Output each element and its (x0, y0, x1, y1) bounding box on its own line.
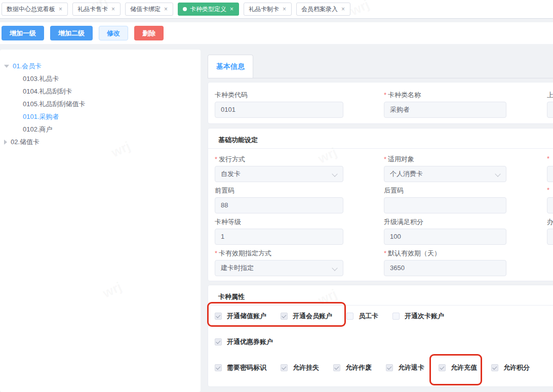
required-marker: * (547, 186, 549, 194)
field-default-validity-days: *默认有效期（天） 3650 (384, 249, 506, 276)
clipped-input[interactable] (547, 166, 553, 182)
close-icon[interactable]: × (282, 6, 287, 12)
checkbox-checked-icon[interactable] (281, 313, 288, 320)
field-label: 卡种类代码 (215, 91, 343, 99)
tree-node-label: 0104.礼品刮刮卡 (23, 87, 72, 96)
tab-card-type-definition[interactable]: 卡种类型定义 × (178, 3, 239, 16)
checkbox-unchecked-icon[interactable] (392, 313, 400, 320)
section-header: 基础功能设定 (208, 128, 553, 149)
checkbox-checked-icon[interactable] (281, 364, 288, 371)
checkbox-allow-void[interactable]: 允许作废 (333, 363, 372, 372)
tree-node-stored-value-card[interactable]: 02.储值卡 (0, 136, 201, 148)
tags-bar: 数据中心总览看板 × 礼品卡售卡 × 储值卡绑定 × 卡种类型定义 × 礼品卡制… (0, 0, 553, 19)
chevron-down-icon (332, 265, 337, 271)
tab-label: 卡种类型定义 (190, 5, 226, 14)
field-clipped-col3: 上 (547, 91, 553, 118)
checkbox-employee-card[interactable]: 员工卡 (346, 312, 378, 321)
issue-mode-select[interactable]: 自发卡 (215, 166, 343, 182)
chevron-down-icon (495, 171, 500, 177)
tree-node-0104[interactable]: 0104.礼品刮刮卡 (0, 85, 201, 98)
card-grade-input[interactable]: 1 (215, 229, 343, 245)
field-card-type-code: 卡种类代码 0101 (215, 91, 343, 118)
checkbox-checked-icon[interactable] (491, 364, 498, 371)
tab-gift-card-make[interactable]: 礼品卡制卡 × (244, 3, 292, 16)
checkbox-times-card-account[interactable]: 开通次卡账户 (392, 312, 444, 321)
toolbar: 增加一级 增加二级 修改 删除 (0, 22, 553, 44)
checkbox-stored-value-account[interactable]: 开通储值账户 (215, 312, 266, 321)
modify-button[interactable]: 修改 (99, 26, 128, 40)
field-applicable-object: *适用对象 个人消费卡 (384, 155, 506, 182)
close-icon[interactable]: × (164, 6, 168, 12)
tab-gift-card-sale[interactable]: 礼品卡售卡 × (72, 3, 121, 16)
required-marker: * (215, 249, 217, 257)
detail-tabs: 基本信息 (208, 55, 553, 78)
checkbox-checked-icon[interactable] (215, 364, 222, 371)
close-icon[interactable]: × (341, 6, 345, 12)
close-icon[interactable]: × (58, 6, 63, 12)
card-type-detail-panel: 基本信息 卡种类代码 0101 *卡种类名称 采购者 上 基础功能设定 *发行方… (208, 50, 553, 392)
checkbox-allow-recharge[interactable]: 允许充值 (439, 363, 477, 372)
clipped-input[interactable] (547, 197, 553, 213)
checkbox-coupon-account[interactable]: 开通优惠券账户 (215, 337, 273, 346)
required-marker: * (384, 91, 386, 99)
tab-member-profile-entry[interactable]: 会员档案录入 × (296, 3, 350, 16)
tree-node-0103[interactable]: 0103.礼品卡 (0, 72, 201, 85)
default-validity-days-input[interactable]: 3650 (384, 260, 506, 276)
close-icon[interactable]: × (111, 6, 115, 12)
delete-button[interactable]: 删除 (134, 26, 164, 40)
tree-node-label: 0102.商户 (23, 125, 53, 134)
required-marker: * (547, 155, 549, 162)
field-label: 上 (547, 91, 553, 99)
checkbox-row-2: 开通优惠券账户 (215, 337, 553, 346)
upgrade-points-input[interactable]: 100 (384, 229, 506, 245)
tree-node-label: 0101.采购者 (23, 112, 59, 121)
tree-node-0102[interactable]: 0102.商户 (0, 123, 201, 136)
field-empty-col3 (547, 249, 553, 276)
field-clipped-col3: * (547, 186, 553, 213)
tab-label: 储值卡绑定 (130, 5, 161, 14)
checkbox-checked-icon[interactable] (439, 364, 446, 371)
tab-label: 礼品卡售卡 (77, 5, 108, 14)
clipped-input[interactable] (547, 229, 553, 245)
checkbox-checked-icon[interactable] (215, 313, 222, 320)
tree-node-0101-selected[interactable]: 0101.采购者 (0, 110, 201, 123)
tab-stored-value-card-bind[interactable]: 储值卡绑定 × (125, 3, 173, 16)
clipped-input[interactable] (547, 102, 553, 118)
field-upgrade-points: 升级满足积分 100 (384, 217, 506, 245)
prefix-code-input[interactable]: 88 (215, 197, 343, 213)
tree-node-label: 0103.礼品卡 (23, 74, 59, 83)
checkbox-allow-points[interactable]: 允许积分 (491, 363, 530, 372)
card-type-tree-panel: 01.会员卡 0103.礼品卡 0104.礼品刮刮卡 0105.礼品刮刮储值卡 … (0, 50, 201, 392)
add-level1-button[interactable]: 增加一级 (2, 26, 44, 40)
caret-right-icon[interactable] (4, 140, 7, 145)
checkbox-allow-loss-report[interactable]: 允许挂失 (281, 363, 319, 372)
checkbox-checked-icon[interactable] (215, 338, 222, 345)
checkbox-member-account[interactable]: 开通会员账户 (281, 312, 332, 321)
validity-mode-select[interactable]: 建卡时指定 (215, 260, 343, 276)
checkbox-allow-card-return[interactable]: 允许退卡 (386, 363, 424, 372)
checkbox-need-password[interactable]: 需要密码标识 (215, 363, 266, 372)
tab-label: 会员档案录入 (301, 5, 338, 14)
tree-node-member-card[interactable]: 01.会员卡 (0, 60, 201, 72)
tab-data-center-dashboard[interactable]: 数据中心总览看板 × (2, 3, 68, 16)
tree-node-0105[interactable]: 0105.礼品刮刮储值卡 (0, 98, 201, 110)
checkbox-checked-icon[interactable] (386, 364, 393, 371)
tabs-underline (208, 78, 553, 78)
section-header: 卡种属性 (208, 285, 553, 306)
tree-node-label: 02.储值卡 (11, 138, 40, 147)
card-type-name-input[interactable]: 采购者 (384, 102, 506, 118)
chevron-down-icon (332, 171, 337, 177)
checkbox-checked-icon[interactable] (333, 364, 340, 371)
checkbox-unchecked-icon[interactable] (346, 313, 353, 320)
add-level2-button[interactable]: 增加二级 (50, 26, 93, 40)
checkbox-row-3: 需要密码标识 允许挂失 允许作废 允许退卡 允许充值 (215, 363, 553, 372)
suffix-code-input[interactable] (384, 197, 506, 213)
card-type-code-input[interactable]: 0101 (215, 102, 343, 118)
caret-down-icon[interactable] (4, 65, 9, 68)
field-clipped-col3: * (547, 155, 553, 182)
field-validity-mode: *卡有效期指定方式 建卡时指定 (215, 249, 343, 276)
close-icon[interactable]: × (229, 6, 234, 12)
applicable-object-select[interactable]: 个人消费卡 (384, 166, 506, 182)
field-label: *卡种类名称 (384, 91, 506, 99)
tab-basic-info[interactable]: 基本信息 (208, 55, 253, 78)
